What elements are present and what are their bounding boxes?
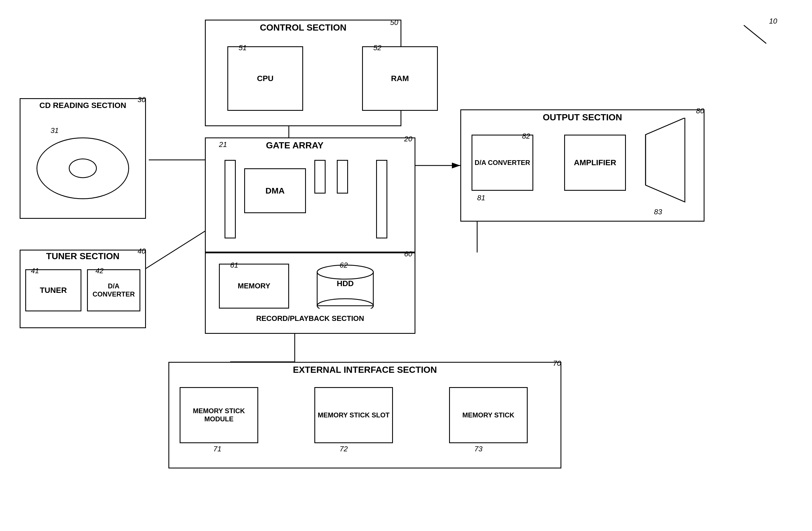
memory-ref: 61 — [230, 261, 238, 269]
control-section-ref: 50 — [390, 18, 398, 27]
cd-reading-inner-ref: 31 — [50, 126, 59, 135]
ref-10: 10 — [769, 17, 777, 26]
gate-right-port1 — [314, 160, 325, 194]
cd-disc — [37, 137, 129, 199]
memory-stick-slot-box: MEMORY STICK SLOT — [314, 387, 393, 443]
amplifier-box: AMPLIFIER — [564, 135, 626, 191]
gate-array-label: GATE ARRAY — [238, 140, 351, 151]
diagram-container: 10 CONTROL SECTION 50 CPU 51 RAM 52 20 2… — [0, 0, 812, 531]
speaker-shape — [640, 118, 691, 209]
tuner-da-box: D/A CONVERTER — [87, 269, 140, 311]
tuner-ref: 41 — [31, 266, 39, 275]
external-interface-label: EXTERNAL INTERFACE SECTION — [169, 365, 561, 375]
gate-left-port — [224, 160, 236, 238]
hdd-ref: 62 — [339, 261, 348, 269]
memory-stick-module-ref: 71 — [213, 445, 221, 453]
svg-line-21 — [744, 25, 766, 43]
cpu-ref: 51 — [238, 43, 247, 52]
cpu-box: CPU — [227, 46, 303, 111]
dma-box: DMA — [244, 168, 306, 213]
record-playback-ref: 60 — [404, 250, 412, 259]
gate-array-ref-inner: 21 — [219, 140, 227, 149]
memory-box: MEMORY — [219, 264, 289, 309]
gate-array-ref-outer: 20 — [404, 135, 412, 143]
ram-box: RAM — [362, 46, 438, 111]
tuner-da-ref: 42 — [96, 266, 104, 275]
gate-right-port3 — [376, 160, 387, 238]
output-da-box: D/A CONVERTER — [472, 135, 533, 191]
control-section-label: CONTROL SECTION — [205, 23, 401, 33]
memory-stick-slot-ref: 72 — [339, 445, 348, 453]
cd-inner — [69, 159, 97, 178]
output-da-ref2: 82 — [522, 132, 530, 141]
speaker-svg — [640, 118, 691, 208]
hdd-shape: HDD — [314, 264, 376, 309]
memory-stick-module-box: MEMORY STICK MODULE — [180, 387, 258, 443]
output-da-ref: 81 — [477, 194, 485, 202]
gate-right-port2 — [337, 160, 348, 194]
memory-stick-box: MEMORY STICK — [449, 387, 528, 443]
record-playback-label: RECORD/PLAYBACK SECTION — [205, 314, 416, 323]
tuner-box: TUNER — [25, 269, 82, 311]
tuner-section-label: TUNER SECTION — [20, 251, 146, 262]
ram-ref: 52 — [373, 43, 381, 52]
svg-marker-25 — [646, 118, 685, 202]
cd-reading-label: CD READING SECTION — [20, 101, 146, 110]
hdd-label: HDD — [314, 279, 376, 288]
memory-stick-ref: 73 — [474, 445, 482, 453]
amplifier-ref: 83 — [654, 208, 662, 216]
